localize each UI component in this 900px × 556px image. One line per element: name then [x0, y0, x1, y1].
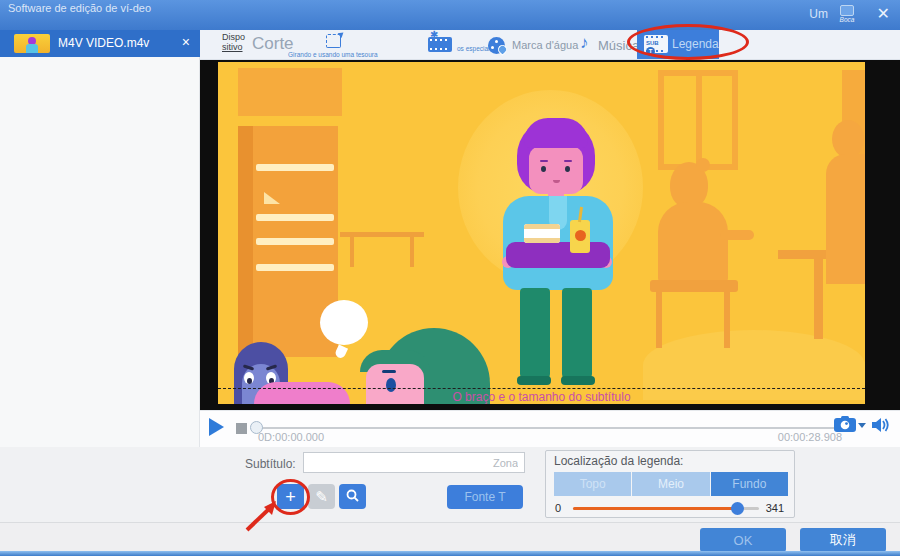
file-name: M4V VIDEO.m4v: [58, 36, 149, 50]
toolbar: Dispo sitivo Corte Girando e usando uma …: [200, 30, 900, 60]
position-option-meio[interactable]: Meio: [632, 472, 709, 496]
wall-window-right: [658, 70, 738, 170]
position-slider-fill: [573, 507, 737, 510]
legend-position-segmented: Topo Meio Fundo: [554, 472, 788, 496]
titlebar: Software de edição de ví-deo Um Boca ✕: [0, 0, 900, 30]
subtitle-panel: Subtítulo: + ✎ Fonte T Localização da le…: [0, 447, 900, 522]
add-subtitle-button[interactable]: +: [277, 484, 304, 509]
music-note-icon[interactable]: ♪: [580, 33, 589, 53]
search-subtitle-button[interactable]: [339, 484, 366, 509]
water-drop-icon: [496, 43, 509, 56]
watermark-icon[interactable]: [488, 37, 505, 54]
tab-musica[interactable]: Música: [598, 38, 639, 53]
legend-location-title: Localização da legenda:: [554, 454, 683, 468]
position-option-topo[interactable]: Topo: [554, 472, 631, 496]
tab-girar-label[interactable]: Girando e usando uma tesoura: [288, 51, 378, 58]
crop-rotate-icon[interactable]: [326, 34, 341, 48]
volume-icon[interactable]: [872, 417, 892, 437]
food-tray: [506, 242, 610, 268]
wall-window-left: [238, 68, 342, 116]
tab-legenda-label: Legenda: [672, 37, 719, 51]
titlebar-right-text: Um: [809, 7, 828, 21]
subtitle-boundary-line: [218, 388, 865, 389]
minimize-icon: [840, 5, 854, 16]
slider-max-label: 341: [766, 502, 784, 514]
ok-button[interactable]: OK: [700, 528, 786, 552]
app-window: Software de edição de ví-deo Um Boca ✕ M…: [0, 0, 900, 556]
current-time: 0D:00:00.000: [258, 431, 324, 443]
subtitle-icon: SUB T: [644, 35, 668, 53]
film-effects-icon[interactable]: ✱: [428, 37, 452, 52]
subtitle-input[interactable]: [303, 452, 525, 473]
window-title: Software de edição de ví-deo: [8, 2, 158, 15]
seek-slider[interactable]: [256, 427, 846, 429]
subtitle-overlay-text[interactable]: O braço e o tamanho do subtítulo: [218, 390, 865, 404]
position-slider-handle[interactable]: [731, 502, 744, 515]
window-bottom-edge: [0, 551, 900, 556]
tab-marca-dagua[interactable]: Marca d'água: [512, 39, 578, 51]
minimize-icon-label: Boca: [838, 16, 856, 24]
subtitle-label: Subtítulo:: [245, 457, 296, 471]
video-thumbnail: [14, 34, 50, 53]
font-button[interactable]: Fonte T: [447, 485, 523, 509]
girl-hair-fringe: [524, 118, 588, 148]
sidebar-file-tab[interactable]: M4V VIDEO.m4v ×: [0, 30, 200, 57]
play-icon[interactable]: [209, 418, 224, 436]
speech-bubble: [320, 300, 368, 345]
sidebar-panel: [0, 57, 200, 447]
girl-leg: [562, 288, 592, 382]
file-close-icon[interactable]: ×: [182, 34, 190, 50]
snapshot-camera-icon[interactable]: [834, 416, 856, 436]
video-frame: O braço e o tamanho do subtítulo: [218, 62, 865, 404]
snapshot-dropdown-icon[interactable]: [858, 423, 866, 428]
close-icon[interactable]: ✕: [877, 4, 890, 24]
legend-location-group: Localização da legenda: Topo Meio Fundo …: [545, 450, 795, 518]
tab-dispositivo[interactable]: Dispo sitivo: [222, 32, 245, 52]
silhouette-person2-head: [832, 120, 864, 158]
video-preview-area: O braço e o tamanho do subtítulo: [200, 60, 900, 410]
playback-bar: 0D:00:00.000 00:00:28.908: [200, 410, 900, 447]
edit-subtitle-button[interactable]: ✎: [308, 484, 335, 509]
position-slider[interactable]: [573, 507, 759, 510]
tab-legenda[interactable]: SUB T Legenda: [637, 30, 719, 59]
cancel-button[interactable]: 取消: [800, 528, 886, 552]
slider-min-label: 0: [555, 502, 561, 514]
silhouette-person2-body: [826, 154, 865, 284]
position-option-fundo[interactable]: Fundo: [711, 472, 788, 496]
sandwich: [524, 224, 560, 243]
total-time: 00:00:28.908: [778, 431, 842, 443]
girl-leg: [520, 288, 550, 382]
girl-face: [529, 146, 583, 194]
silhouette-person-body: [658, 202, 728, 284]
footer-bar: OK 取消: [0, 522, 900, 556]
stop-icon[interactable]: [236, 423, 247, 434]
minimize-button[interactable]: Boca: [838, 3, 856, 27]
